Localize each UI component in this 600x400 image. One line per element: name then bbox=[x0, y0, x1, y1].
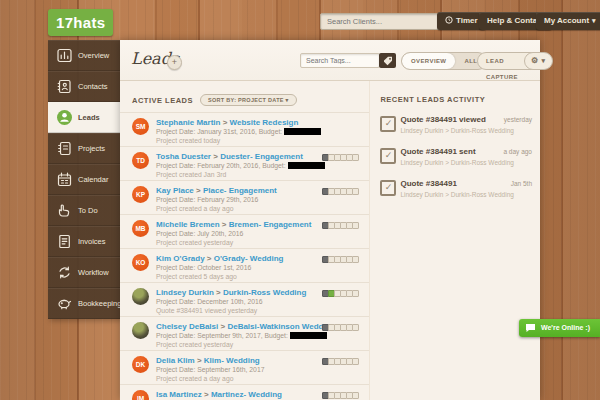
separator: > bbox=[221, 322, 226, 331]
invoice-icon bbox=[57, 234, 72, 249]
sidebar-item-leads[interactable]: Leads bbox=[48, 102, 124, 133]
sidebar-item-bookkeeping[interactable]: Bookkeeping bbox=[48, 288, 120, 319]
lead-created: Project created Jan 3rd bbox=[156, 170, 325, 179]
sidebar-item-calendar[interactable]: Calendar bbox=[48, 164, 120, 195]
activity-time: a day ago bbox=[503, 148, 532, 155]
lead-contact-link[interactable]: Michelle Bremen bbox=[156, 220, 220, 229]
lead-progress-bar bbox=[323, 188, 359, 195]
lead-row[interactable]: IM Isa Martinez > Martinez- Wedding Proj… bbox=[120, 384, 369, 400]
sidebar-item-contacts[interactable]: Contacts bbox=[48, 71, 120, 102]
lead-project-link[interactable]: Martinez- Wedding bbox=[211, 390, 282, 399]
sidebar-item-invoices[interactable]: Invoices bbox=[48, 226, 120, 257]
lead-text: Stephanie Martin > Website Redesign Proj… bbox=[156, 118, 321, 146]
lead-project-link[interactable]: Durkin-Ross Wedding bbox=[223, 288, 306, 297]
sidebar-item-label: Bookkeeping bbox=[78, 299, 121, 308]
lead-created: Project created a day ago bbox=[156, 204, 277, 213]
sidebar-item-projects[interactable]: Projects bbox=[48, 133, 120, 164]
sidebar-item-label: Projects bbox=[78, 144, 105, 153]
lead-contact-link[interactable]: Tosha Duester bbox=[156, 152, 211, 161]
lead-project-link[interactable]: Bremen- Engagement bbox=[229, 220, 312, 229]
lead-row[interactable]: TD Tosha Duester > Duester- Engagement P… bbox=[120, 146, 369, 180]
lead-row[interactable]: KO Kim O'Grady > O'Grady- Wedding Projec… bbox=[120, 248, 369, 282]
sidebar-item-workflow[interactable]: Workflow bbox=[48, 257, 120, 288]
lead-detail: Project Date: December 10th, 2016 bbox=[156, 297, 306, 306]
timer-label: Timer bbox=[456, 16, 478, 25]
sidebar-item-todo[interactable]: To Do bbox=[48, 195, 120, 226]
lead-row[interactable]: MB Michelle Bremen > Bremen- Engagement … bbox=[120, 214, 369, 248]
lead-row[interactable]: KP Kay Place > Place- Engagement Project… bbox=[120, 180, 369, 214]
separator: > bbox=[196, 186, 201, 195]
search-clients-input[interactable] bbox=[320, 13, 440, 30]
lead-row[interactable]: Chelsey DeBalsi > DeBalsi-Watkinson Wedd… bbox=[120, 316, 369, 350]
toggle-overview[interactable]: OVERVIEW bbox=[402, 53, 455, 69]
activity-item[interactable]: ✓ Quote #384491 Lindsey Durkin > Durkin-… bbox=[380, 179, 532, 204]
separator: > bbox=[197, 356, 202, 365]
lead-created: Quote #384491 viewed yesterday bbox=[156, 306, 306, 315]
sidebar-item-overview[interactable]: Overview bbox=[48, 40, 120, 71]
piggy-bank-icon bbox=[57, 296, 72, 311]
lead-row[interactable]: DK Delia Klim > Klim- Wedding Project Da… bbox=[120, 350, 369, 384]
lead-project-link[interactable]: O'Grady- Wedding bbox=[214, 254, 284, 263]
recent-activity-header: RECENT LEADS ACTIVITY bbox=[370, 81, 540, 108]
leads-column: ACTIVE LEADS SORT BY: PROJECT DATE ▾ SM … bbox=[120, 81, 369, 400]
redacted-budget bbox=[288, 162, 325, 169]
lead-row[interactable]: Lindsey Durkin > Durkin-Ross Wedding Pro… bbox=[120, 282, 369, 316]
lead-contact-link[interactable]: Delia Klim bbox=[156, 356, 195, 365]
separator: > bbox=[204, 390, 209, 399]
lead-detail: Project Date: September 16th, 2017 bbox=[156, 365, 264, 374]
leads-list: SM Stephanie Martin > Website Redesign P… bbox=[120, 112, 369, 400]
lead-text: Michelle Bremen > Bremen- Engagement Pro… bbox=[156, 220, 311, 248]
sidebar: Overview Contacts Leads Projects Calenda… bbox=[48, 40, 120, 319]
lead-text: Isa Martinez > Martinez- Wedding Project… bbox=[156, 390, 282, 400]
chevron-down-icon: ▾ bbox=[592, 17, 596, 24]
sort-by-dropdown[interactable]: SORT BY: PROJECT DATE ▾ bbox=[200, 94, 297, 106]
loop-icon bbox=[57, 265, 72, 280]
lead-project-link[interactable]: Place- Engagement bbox=[203, 186, 277, 195]
chart-icon bbox=[57, 48, 72, 63]
lead-created: Project created 5 days ago bbox=[156, 272, 284, 281]
tag-filter-button[interactable] bbox=[379, 53, 396, 68]
settings-dropdown-button[interactable]: ⚙▾ bbox=[524, 52, 553, 70]
sidebar-item-label: To Do bbox=[78, 206, 98, 215]
address-book-icon bbox=[57, 79, 72, 94]
app-logo[interactable]: 17hats bbox=[48, 9, 113, 36]
lead-contact-link[interactable]: Isa Martinez bbox=[156, 390, 202, 399]
lead-progress-bar bbox=[323, 290, 359, 297]
tag-icon bbox=[383, 56, 393, 66]
avatar: DK bbox=[132, 356, 149, 373]
lead-contact-link[interactable]: Lindsey Durkin bbox=[156, 288, 214, 297]
avatar bbox=[132, 288, 149, 305]
chevron-down-icon: ▾ bbox=[542, 57, 546, 64]
lead-project-link[interactable]: DeBalsi-Watkinson Wedding bbox=[227, 322, 335, 331]
lead-project-link[interactable]: Klim- Wedding bbox=[204, 356, 260, 365]
lead-contact-link[interactable]: Chelsey DeBalsi bbox=[156, 322, 218, 331]
lead-created: Project created yesterday bbox=[156, 238, 311, 247]
gear-icon: ⚙ bbox=[531, 56, 539, 65]
activity-item[interactable]: ✓ Quote #384491 sent Lindsey Durkin > Du… bbox=[380, 147, 532, 172]
lead-contact-link[interactable]: Kim O'Grady bbox=[156, 254, 205, 263]
sidebar-item-label: Calendar bbox=[78, 175, 108, 184]
lead-row[interactable]: SM Stephanie Martin > Website Redesign P… bbox=[120, 112, 369, 146]
activity-list: ✓ Quote #384491 viewed Lindsey Durkin > … bbox=[370, 115, 540, 204]
main-panel: Leads + OVERVIEW ALL LEAD CAPTURE ⚙▾ ACT… bbox=[120, 40, 540, 400]
lead-contact-link[interactable]: Stephanie Martin bbox=[156, 118, 220, 127]
lead-contact-link[interactable]: Kay Place bbox=[156, 186, 194, 195]
lead-project-link[interactable]: Website Redesign bbox=[230, 118, 299, 127]
activity-item[interactable]: ✓ Quote #384491 viewed Lindsey Durkin > … bbox=[380, 115, 532, 140]
avatar: KP bbox=[132, 186, 149, 203]
activity-time: yesterday bbox=[504, 116, 532, 123]
avatar: KO bbox=[132, 254, 149, 271]
avatar: MB bbox=[132, 220, 149, 237]
lead-progress-bar bbox=[323, 392, 359, 399]
live-chat-button[interactable]: We're Online :) bbox=[519, 319, 600, 337]
lead-progress-bar bbox=[323, 154, 359, 161]
separator: > bbox=[222, 220, 227, 229]
sidebar-item-label: Contacts bbox=[78, 82, 108, 91]
activity-subtitle: Lindsey Durkin > Durkin-Ross Wedding bbox=[400, 158, 532, 167]
lead-detail: Project Date: July 20th, 2016 bbox=[156, 229, 311, 238]
add-lead-button[interactable]: + bbox=[167, 55, 182, 70]
lead-project-link[interactable]: Duester- Engagement bbox=[220, 152, 303, 161]
active-leads-header: ACTIVE LEADS bbox=[132, 96, 193, 105]
search-tags-input[interactable] bbox=[300, 53, 380, 68]
my-account-button[interactable]: My Account▾ bbox=[536, 12, 600, 30]
